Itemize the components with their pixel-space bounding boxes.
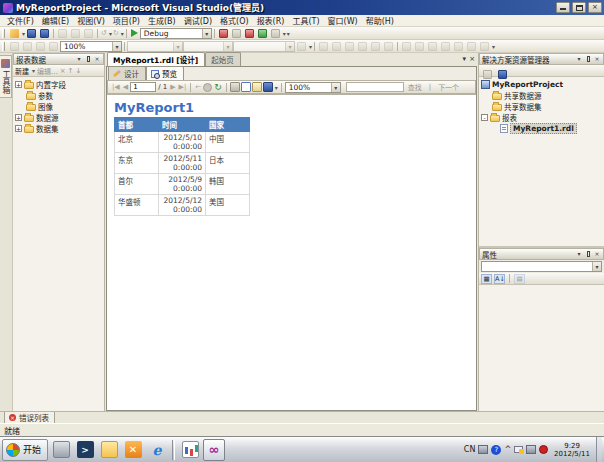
paste-button[interactable]	[83, 28, 94, 39]
back-to-parent-button[interactable]: ←	[194, 83, 202, 91]
redo-icon[interactable]: ↻	[112, 29, 120, 37]
ruler-button[interactable]	[22, 41, 33, 52]
close-button[interactable]: ×	[588, 2, 602, 13]
solution-explorer-button[interactable]	[231, 28, 242, 39]
save-button[interactable]	[26, 28, 37, 39]
first-page-button[interactable]: |◀	[111, 83, 121, 91]
error-list-button[interactable]	[244, 28, 255, 39]
menu-debug[interactable]: 调试(D)	[180, 15, 216, 26]
stop-rendering-icon[interactable]	[203, 83, 212, 92]
find-text-input[interactable]	[346, 82, 404, 92]
panel-close-button[interactable]: ×	[593, 55, 601, 63]
copy-button[interactable]	[70, 28, 81, 39]
toolbar-grip[interactable]	[2, 29, 5, 38]
design-tab[interactable]: 设计	[108, 66, 146, 80]
move-down-button[interactable]: ↓	[75, 67, 81, 75]
refresh-icon[interactable]: ↻	[213, 82, 223, 92]
bring-to-front-button[interactable]	[466, 41, 477, 52]
panel-pin-button[interactable]	[84, 55, 92, 63]
tree-item-project[interactable]: MyReportProject	[481, 79, 604, 90]
action-center-flag-icon[interactable]	[514, 446, 523, 453]
start-page-button[interactable]	[257, 28, 268, 39]
alphabetical-sort-button[interactable]: A↓	[494, 274, 505, 284]
printer-icon[interactable]	[478, 445, 488, 454]
panel-menu-icon[interactable]: ▾	[75, 55, 83, 63]
find-in-files-button[interactable]	[218, 28, 229, 39]
previous-page-button[interactable]: ◀	[122, 83, 129, 91]
cut-button[interactable]	[57, 28, 68, 39]
tree-item-data-sources[interactable]: + 数据源	[15, 112, 104, 123]
edit-button[interactable]: 编辑...	[37, 66, 58, 76]
align-centers-button[interactable]	[331, 41, 342, 52]
categorized-button[interactable]: ▦	[481, 274, 492, 284]
taskbar-server-manager-button[interactable]	[50, 439, 72, 461]
add-item-button[interactable]	[9, 28, 20, 39]
tree-item-builtin-fields[interactable]: + 内置字段	[15, 79, 104, 90]
document-close-icon[interactable]: ×	[469, 55, 475, 63]
align-lefts-button[interactable]	[318, 41, 329, 52]
properties-window-button[interactable]	[482, 65, 493, 76]
network-icon[interactable]	[526, 445, 536, 454]
properties-object-combo[interactable]: ▾	[481, 261, 602, 272]
toolbar-grip[interactable]	[2, 42, 5, 51]
next-page-button[interactable]: ▶	[169, 83, 176, 91]
document-tab-start-page[interactable]: 起始页	[205, 52, 241, 66]
send-to-back-button[interactable]	[479, 41, 490, 52]
help-icon[interactable]: ?	[491, 445, 501, 455]
menu-project[interactable]: 项目(P)	[109, 15, 144, 26]
find-link[interactable]: 查找	[408, 82, 422, 92]
start-debugging-icon[interactable]	[131, 29, 138, 37]
taskbar-internet-explorer-button[interactable]: e	[146, 439, 168, 461]
restore-button[interactable]	[572, 2, 586, 13]
tree-item-shared-datasets[interactable]: 共享数据集	[481, 101, 604, 112]
other-windows-dropdown-icon[interactable]: ▾	[283, 30, 286, 37]
align-rights-button[interactable]	[344, 41, 355, 52]
document-list-dropdown-icon[interactable]: ▾	[463, 55, 467, 63]
preview-tab[interactable]: 预览	[146, 66, 184, 80]
same-size-button[interactable]	[427, 41, 438, 52]
font-size-combo[interactable]: ▾	[183, 41, 233, 52]
save-all-button[interactable]	[39, 28, 50, 39]
move-up-button[interactable]: ↑	[68, 67, 74, 75]
delete-button[interactable]: ×	[60, 67, 66, 75]
border-color-button[interactable]	[296, 41, 307, 52]
page-setup-icon[interactable]	[252, 82, 262, 92]
add-item-dropdown-icon[interactable]: ▾	[22, 30, 25, 37]
taskbar-admin-tools-button[interactable]: ✕	[122, 439, 144, 461]
taskbar-clock[interactable]: 9:29 2012/5/11	[551, 442, 593, 458]
border-style-combo[interactable]: ▾	[233, 41, 295, 52]
expand-icon[interactable]: +	[15, 114, 22, 121]
menu-window[interactable]: 窗口(W)	[324, 15, 362, 26]
find-next-link[interactable]: 下一个	[438, 82, 459, 92]
tray-chevron-icon[interactable]: ^	[504, 445, 511, 454]
print-icon[interactable]	[230, 82, 240, 92]
horizontal-spacing-button[interactable]	[440, 41, 451, 52]
menu-tools[interactable]: 工具(T)	[288, 15, 323, 26]
panel-pin-button[interactable]	[584, 250, 592, 258]
menu-edit[interactable]: 编辑(E)	[38, 15, 73, 26]
tree-item-datasets[interactable]: + 数据集	[15, 123, 104, 134]
snap-to-grid-button[interactable]	[35, 41, 46, 52]
align-bottoms-button[interactable]	[383, 41, 394, 52]
language-indicator[interactable]: CN	[464, 445, 476, 454]
start-button[interactable]: 开始	[2, 439, 48, 461]
refresh-button[interactable]	[497, 65, 508, 76]
font-name-combo[interactable]: ▾	[127, 41, 183, 52]
taskbar-visual-studio-button[interactable]: ∞	[203, 439, 225, 461]
tree-item-images[interactable]: 图像	[15, 101, 104, 112]
property-pages-button[interactable]: ▤	[514, 274, 525, 284]
menu-file[interactable]: 文件(F)	[3, 15, 38, 26]
same-height-button[interactable]	[414, 41, 425, 52]
show-desktop-button[interactable]	[596, 437, 602, 462]
toolbar-overflow-icon[interactable]: ▾	[492, 43, 495, 50]
vertical-spacing-button[interactable]	[453, 41, 464, 52]
menu-help[interactable]: 帮助(H)	[362, 15, 398, 26]
panel-menu-icon[interactable]: ▾	[575, 250, 583, 258]
menu-view[interactable]: 视图(V)	[73, 15, 109, 26]
print-layout-icon[interactable]	[241, 82, 251, 92]
page-number-input[interactable]	[130, 82, 156, 92]
taskbar-powershell-button[interactable]: >	[74, 439, 96, 461]
notification-red-icon[interactable]	[539, 445, 548, 454]
same-width-button[interactable]	[401, 41, 412, 52]
last-page-button[interactable]: ▶|	[178, 83, 188, 91]
